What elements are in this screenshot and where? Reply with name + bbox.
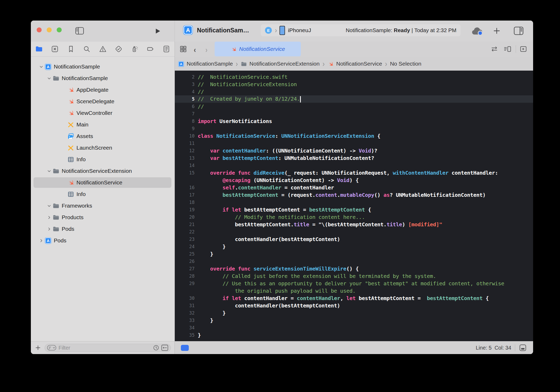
code-line-23[interactable]: 23 contentHandler(bestAttemptContent)	[175, 236, 533, 243]
tree-row-viewcontroller-4[interactable]: ViewController	[31, 108, 175, 118]
run-destination[interactable]: iPhoneuJ	[288, 27, 311, 33]
toggle-inspector-icon[interactable]	[513, 27, 524, 35]
code-line-34[interactable]: 34	[175, 324, 533, 331]
code-line-6[interactable]: 6//	[175, 103, 533, 110]
code-line-2[interactable]: 2// NotificationService.swift	[175, 73, 533, 81]
tree-row-scenedelegate-3[interactable]: SceneDelegate	[31, 96, 175, 107]
run-button[interactable]	[154, 27, 161, 35]
recent-files-icon[interactable]	[153, 344, 160, 351]
disclosure-closed-icon[interactable]	[38, 238, 45, 243]
tree-row-appdelegate-2[interactable]: AppDelegate	[31, 85, 175, 95]
code-line-22[interactable]: 22	[175, 228, 533, 236]
breadcrumb-item-2[interactable]: NotificationService	[327, 61, 382, 67]
editor-options-icon[interactable]	[504, 45, 512, 53]
line-col-indicator[interactable]: Line: 5 Col: 34	[476, 345, 511, 351]
breadcrumb-item-1[interactable]: NotificationServiceExtension	[241, 61, 320, 67]
tree-row-pods-14[interactable]: Pods	[31, 224, 175, 234]
disclosure-open-icon[interactable]	[46, 169, 52, 173]
code-line-11[interactable]: 11	[175, 140, 533, 147]
code-line-18[interactable]: 18	[175, 199, 533, 206]
code-line-20[interactable]: 20 // Modify the notification content he…	[175, 213, 533, 221]
report-navigator-icon[interactable]	[162, 45, 170, 53]
tree-row-notificationservice-10[interactable]: NotificationService	[31, 177, 175, 188]
code-line-26[interactable]: 26	[175, 258, 533, 265]
disclosure-open-icon[interactable]	[46, 76, 52, 81]
code-line-27[interactable]: 27 override func serviceExtensionTimeWil…	[175, 265, 533, 272]
bookmark-navigator-icon[interactable]	[67, 45, 75, 53]
code-line-33[interactable]: 33 }	[175, 317, 533, 324]
tree-row-info-8[interactable]: Info	[31, 154, 175, 165]
test-navigator-icon[interactable]	[115, 45, 123, 53]
toggle-navigator-icon[interactable]	[75, 27, 84, 35]
go-back-button[interactable]: ‹	[194, 45, 196, 54]
activity-status-bar[interactable]: E › iPhoneuJ NotificationSample: Ready |…	[261, 24, 461, 36]
breakpoint-navigator-icon[interactable]	[147, 45, 155, 53]
text-cursor	[300, 96, 301, 102]
code-line-wrap[interactable]: @escaping (UNNotificationContent) -> Voi…	[175, 177, 533, 184]
tab-notificationservice[interactable]: NotificationService	[215, 42, 301, 56]
minimize-button[interactable]	[47, 27, 52, 32]
code-line-10[interactable]: 10class NotificationService: UNNotificat…	[175, 132, 533, 140]
code-line-29[interactable]: 29 // Use this as an opportunity to deli…	[175, 280, 533, 287]
code-line-28[interactable]: 28 // Called just before the extension w…	[175, 272, 533, 280]
close-button[interactable]	[37, 27, 42, 32]
disclosure-closed-icon[interactable]	[46, 227, 52, 231]
code-line-16[interactable]: 16 self.contentHandler = contentHandler	[175, 184, 533, 191]
add-tab-button[interactable]	[493, 27, 501, 35]
cloud-sync-icon[interactable]	[471, 26, 484, 36]
tree-row-launchscreen-7[interactable]: LaunchScreen	[31, 143, 175, 153]
filter-input[interactable]: Filter	[45, 344, 171, 352]
tree-row-notificationserviceextension-9[interactable]: NotificationServiceExtension	[31, 166, 175, 176]
code-line-8[interactable]: 8import UserNotifications	[175, 117, 533, 125]
disclosure-open-icon[interactable]	[46, 204, 52, 208]
breadcrumb-item-0[interactable]: ANotificationSample	[178, 61, 233, 67]
tree-row-notificationsample-1[interactable]: NotificationSample	[31, 73, 175, 84]
code-line-7[interactable]: 7	[175, 110, 533, 117]
code-line-32[interactable]: 32 }	[175, 309, 533, 317]
swap-editors-icon[interactable]	[490, 45, 499, 53]
tree-row-main-5[interactable]: Main	[31, 119, 175, 130]
tree-row-frameworks-12[interactable]: Frameworks	[31, 200, 175, 211]
zoom-button[interactable]	[57, 27, 62, 32]
source-control-navigator-icon[interactable]	[51, 45, 59, 53]
source-editor[interactable]: 2// NotificationService.swift3// Notific…	[175, 71, 533, 341]
code-line-17[interactable]: 17 bestAttemptContent = (request.content…	[175, 191, 533, 199]
disclosure-open-icon[interactable]	[38, 65, 45, 69]
breadcrumb-item-3[interactable]: No Selection	[390, 61, 421, 67]
editor-mode-icon[interactable]	[181, 345, 189, 351]
debug-navigator-icon[interactable]	[131, 45, 138, 53]
code-line-31[interactable]: 31 contentHandler(bestAttemptContent)	[175, 302, 533, 309]
tree-row-assets-6[interactable]: Assets	[31, 131, 175, 141]
code-line-14[interactable]: 14	[175, 162, 533, 169]
tree-row-pods-15[interactable]: APods	[31, 235, 175, 246]
warning-navigator-icon[interactable]	[99, 45, 107, 53]
scheme-title[interactable]: NotificationSam…	[197, 27, 249, 34]
search-navigator-icon[interactable]	[83, 45, 91, 53]
tree-row-notificationsample-0[interactable]: ANotificationSample	[31, 61, 175, 72]
tree-row-products-13[interactable]: Products	[31, 212, 175, 223]
disclosure-closed-icon[interactable]	[46, 215, 52, 220]
code-line-13[interactable]: 13 var bestAttemptContent: UNMutableNoti…	[175, 154, 533, 162]
add-editor-icon[interactable]	[519, 45, 528, 53]
code-line-35[interactable]: 35}	[175, 331, 533, 339]
go-forward-button[interactable]: ›	[205, 45, 207, 54]
source-control-filter-icon[interactable]	[161, 344, 168, 351]
code-line-wrap[interactable]: the original push payload will be used.	[175, 287, 533, 295]
project-navigator-icon[interactable]	[35, 45, 43, 53]
code-line-3[interactable]: 3// NotificationServiceExtension	[175, 81, 533, 88]
related-items-icon[interactable]	[179, 45, 188, 53]
code-line-19[interactable]: 19 if let bestAttemptContent = bestAttem…	[175, 206, 533, 213]
code-line-9[interactable]: 9	[175, 125, 533, 132]
code-line-21[interactable]: 21 bestAttemptContent.title = "\(bestAtt…	[175, 221, 533, 228]
minimap-toggle-icon[interactable]	[519, 344, 527, 351]
code-line-12[interactable]: 12 var contentHandler: ((UNNotificationC…	[175, 147, 533, 154]
code-line-30[interactable]: 30 if let contentHandler = contentHandle…	[175, 295, 533, 302]
code-line-5[interactable]: 5// Created by junely on 8/12/24.	[175, 95, 533, 103]
code-line-4[interactable]: 4//	[175, 88, 533, 95]
tree-row-info-11[interactable]: Info	[31, 189, 175, 199]
pane-divider[interactable]	[175, 42, 175, 354]
code-line-24[interactable]: 24 }	[175, 243, 533, 250]
add-file-button[interactable]	[35, 344, 41, 351]
code-line-25[interactable]: 25 }	[175, 250, 533, 258]
code-line-15[interactable]: 15 override func didReceive(_ request: U…	[175, 169, 533, 177]
